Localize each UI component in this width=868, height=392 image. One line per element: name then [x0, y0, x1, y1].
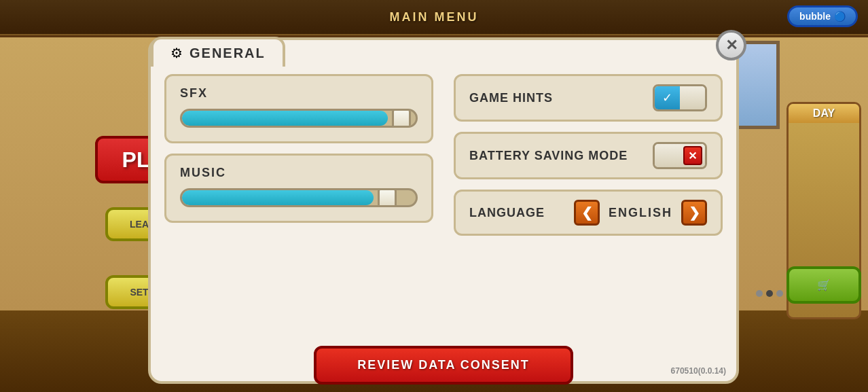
music-thumb[interactable]	[378, 188, 397, 207]
gear-icon: ⚙	[170, 45, 183, 61]
sfx-track[interactable]	[180, 109, 418, 128]
game-hints-label: GAME HINTS	[469, 91, 553, 105]
language-prev-button[interactable]: ❮	[574, 200, 600, 226]
general-tab[interactable]: ⚙ GENERAL	[151, 37, 285, 67]
bubble-label: bubble	[799, 11, 831, 22]
music-fill	[182, 190, 374, 205]
battery-saving-label: BATTERY SAVING MODE	[469, 149, 628, 163]
sliders-panel: SFX MUSIC	[164, 74, 433, 332]
language-row: LANGUAGE ❮ ENGLISH ❯	[454, 190, 723, 236]
page-title: MAIN MENU	[390, 10, 479, 24]
sfx-label: SFX	[180, 86, 418, 101]
sfx-thumb[interactable]	[392, 109, 411, 128]
x-icon: ✕	[683, 146, 702, 165]
version-text: 670510(0.0.14)	[671, 366, 726, 376]
music-track[interactable]	[180, 188, 418, 207]
arrow-left-icon: ❮	[581, 204, 593, 221]
bubble-icon: 🔵	[834, 11, 846, 22]
settings-panel: ⚙ GENERAL ✕ SFX MUSIC	[148, 37, 739, 384]
music-label: MUSIC	[180, 166, 418, 180]
music-section: MUSIC	[164, 154, 433, 223]
header-bar: MAIN MENU bubble 🔵	[0, 0, 868, 34]
language-label: LANGUAGE	[469, 206, 545, 220]
tab-label: GENERAL	[189, 46, 266, 61]
battery-toggle-off-slot	[655, 144, 680, 167]
language-selector: ❮ ENGLISH ❯	[574, 200, 707, 226]
arrow-right-icon: ❯	[689, 204, 700, 221]
game-hints-row: GAME HINTS ✓	[454, 74, 723, 122]
battery-saving-toggle[interactable]: ✕	[653, 142, 707, 169]
battery-saving-row: BATTERY SAVING MODE ✕	[454, 132, 723, 179]
bubble-button[interactable]: bubble 🔵	[787, 5, 858, 27]
close-button[interactable]: ✕	[716, 30, 746, 60]
sfx-fill	[182, 111, 388, 126]
battery-toggle-x: ✕	[680, 144, 705, 167]
review-data-consent-button[interactable]: REVIEW DATA CONSENT	[314, 346, 573, 385]
toggle-on-state: ✓	[655, 86, 680, 109]
settings-content: SFX MUSIC GAME HINTS	[164, 74, 723, 332]
dot-1	[756, 290, 763, 297]
today-label: DAY	[789, 104, 859, 123]
game-hints-toggle[interactable]: ✓	[653, 84, 707, 111]
toggles-panel: GAME HINTS ✓ BATTERY SAVING MODE ✕	[454, 74, 723, 332]
dot-3	[776, 290, 783, 297]
language-value: ENGLISH	[607, 206, 674, 220]
page-dots	[756, 290, 783, 297]
checkmark-icon: ✓	[662, 90, 672, 105]
close-icon: ✕	[725, 37, 738, 54]
sfx-section: SFX	[164, 74, 433, 143]
cart-button[interactable]: 🛒	[786, 266, 861, 304]
language-next-button[interactable]: ❯	[681, 200, 707, 226]
dot-2	[766, 290, 773, 297]
toggle-off-slot	[680, 86, 705, 109]
cart-icon: 🛒	[817, 279, 831, 291]
bottom-buttons: REVIEW DATA CONSENT TERMS OF USE PRIVACY…	[164, 346, 723, 392]
